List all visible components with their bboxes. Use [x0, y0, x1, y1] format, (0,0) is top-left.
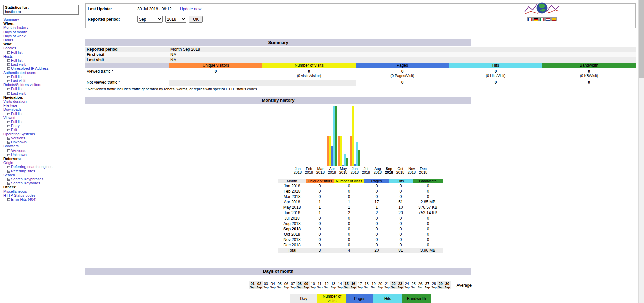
- sidebar-item-full-list[interactable]: Full list: [11, 120, 22, 124]
- monthly-history-title-text: Monthly history: [262, 98, 295, 103]
- sidebar-item-viewed[interactable]: Viewed: [3, 116, 15, 120]
- german-flag-icon[interactable]: [533, 17, 539, 21]
- monthly-row-month: Jan 2018: [278, 183, 306, 189]
- monthly-cell: 1: [306, 199, 334, 205]
- update-now-link[interactable]: Update now: [180, 7, 201, 11]
- monthly-cell: 0: [389, 194, 413, 199]
- day-label: 09Sep: [303, 281, 310, 289]
- main-content: Last Update: 30 Jul 2018 - 06:12 Update …: [85, 0, 636, 303]
- sidebar-item-error-hits-404[interactable]: Error Hits (404): [11, 197, 36, 201]
- summary-table: Reported period Month Sep 2018 First vis…: [85, 47, 636, 86]
- day-label: 07Sep: [290, 281, 296, 289]
- sidebar-item-search-keywords[interactable]: Search Keywords: [11, 181, 40, 185]
- monthly-cell: 0: [306, 183, 334, 189]
- sidebar-item-entry[interactable]: Entry: [11, 124, 20, 128]
- italian-flag-icon[interactable]: [539, 17, 545, 21]
- sidebar-item-search[interactable]: Search: [3, 173, 15, 177]
- day-label: 30Sep: [444, 281, 451, 289]
- monthly-cell: 1: [334, 199, 364, 205]
- sidebar-item-full-list[interactable]: Full list: [11, 50, 22, 54]
- day-label: 15Sep: [343, 281, 350, 289]
- chart-bar-bandwidth-kb: [346, 158, 348, 166]
- monthly-row-month: Mar 2018: [278, 194, 306, 199]
- sidebar-item-hosts[interactable]: Hosts: [3, 54, 13, 58]
- reported-period-info-label: Reported period: [85, 47, 169, 52]
- day-label: 11Sep: [316, 281, 323, 289]
- sidebar-item-full-list[interactable]: Full list: [11, 112, 22, 116]
- sidebar-item-browsers[interactable]: Browsers: [3, 144, 19, 148]
- chart-bar-number-of-visits: [340, 136, 342, 166]
- sidebar-item-file-type[interactable]: File type: [3, 103, 17, 107]
- scrollbar-thumb[interactable]: [639, 0, 644, 78]
- year-select[interactable]: 2018: [165, 16, 186, 23]
- sidebar-item-last-visit[interactable]: Last visit: [11, 91, 26, 95]
- sidebar-item-search-keyphrases[interactable]: Search Keyphrases: [11, 177, 43, 181]
- sidebar-item-robots-spiders-visitors[interactable]: Robots/Spiders visitors: [3, 83, 41, 87]
- chart-month-group: [292, 106, 303, 166]
- sidebar-item-summary[interactable]: Summary: [3, 17, 19, 21]
- chart-month-group: [315, 106, 326, 166]
- sidebar-item-operating-systems[interactable]: Operating Systems: [3, 132, 35, 136]
- monthly-cell: 20: [389, 210, 413, 216]
- monthly-row-month: May 2018: [278, 205, 306, 210]
- sidebar-item-full-list[interactable]: Full list: [11, 75, 22, 79]
- sidebar-item-authenticated-users[interactable]: Authenticated users: [3, 71, 36, 75]
- nav-row: Miscellaneous: [3, 189, 83, 193]
- monthly-cell: 0: [306, 216, 334, 221]
- days-of-month-title-text: Days of month: [263, 269, 293, 274]
- sidebar-item-days-of-month[interactable]: Days of month: [3, 30, 27, 34]
- monthly-cell: 1: [334, 205, 364, 210]
- sidebar-item-days-of-week[interactable]: Days of week: [3, 34, 26, 38]
- monthly-cell: 0: [364, 226, 389, 232]
- sidebar-item-exit[interactable]: Exit: [11, 128, 17, 132]
- list-item-icon: [7, 182, 10, 185]
- sidebar-item-hours[interactable]: Hours: [3, 38, 13, 42]
- reported-period-label: Reported period:: [88, 17, 137, 22]
- day-label: 29Sep: [437, 281, 444, 289]
- chart-month-label: Jul2018: [360, 167, 372, 174]
- sidebar-item-locales[interactable]: Locales: [3, 46, 16, 50]
- sidebar-item-full-list[interactable]: Full list: [11, 87, 22, 91]
- nav-row: Browsers: [3, 144, 83, 148]
- sidebar-item-referring-search-engines[interactable]: Referring search engines: [11, 165, 52, 169]
- dutch-flag-icon[interactable]: [545, 17, 551, 21]
- nav-row: Hosts: [3, 54, 83, 58]
- month-select[interactable]: Sep: [137, 16, 163, 23]
- sidebar-item-full-list[interactable]: Full list: [11, 58, 22, 62]
- ok-button[interactable]: OK: [189, 16, 203, 23]
- sidebar-item-last-visit[interactable]: Last visit: [11, 79, 26, 83]
- nav-row: Exit: [3, 128, 83, 132]
- monthly-col-hits: Hits: [389, 179, 413, 183]
- first-visit-info-label: First visit: [85, 52, 169, 57]
- spanish-flag-icon[interactable]: [551, 17, 557, 21]
- monthly-cell: 0: [334, 216, 364, 221]
- viewed-bandwidth-cell: 0(0 KB/Visit): [542, 68, 636, 80]
- monthly-cell: 0: [389, 183, 413, 189]
- monthly-cell: 0: [306, 226, 334, 232]
- not-viewed-traffic-label: Not viewed traffic *: [85, 80, 169, 86]
- sidebar-item-versions[interactable]: Versions: [11, 148, 25, 153]
- list-item-icon: [7, 67, 10, 70]
- sidebar-item-last-visit[interactable]: Last visit: [11, 62, 26, 66]
- monthly-total-cell: 4: [334, 248, 364, 253]
- day-label: 16Sep: [350, 281, 357, 289]
- sidebar-item-origin[interactable]: Origin: [3, 161, 13, 165]
- sidebar-item-unknown[interactable]: Unknown: [11, 153, 27, 157]
- chart-month-group: [326, 106, 338, 166]
- sidebar-item-referring-sites[interactable]: Referring sites: [11, 169, 35, 173]
- day-label: 13Sep: [330, 281, 337, 289]
- page-scrollbar[interactable]: [638, 0, 644, 303]
- axis-tick-icon: [294, 166, 301, 166]
- monthly-cell: 0: [389, 189, 413, 194]
- sidebar-section-navigation: Navigation:: [3, 95, 83, 99]
- sidebar-item-visits-duration[interactable]: Visits duration: [3, 99, 27, 103]
- french-flag-icon[interactable]: [527, 17, 533, 21]
- sidebar-item-http-status-codes[interactable]: HTTP Status codes: [3, 193, 35, 197]
- sidebar-item-miscellaneous[interactable]: Miscellaneous: [3, 189, 27, 193]
- sidebar-item-monthly-history[interactable]: Monthly history: [3, 25, 28, 29]
- chart-month-group: [338, 106, 349, 166]
- sidebar-item-unresolved-ip-address[interactable]: Unresolved IP Address: [11, 66, 49, 70]
- sidebar-item-versions[interactable]: Versions: [11, 136, 25, 140]
- sidebar-item-downloads[interactable]: Downloads: [3, 107, 21, 111]
- sidebar-item-unknown[interactable]: Unknown: [11, 140, 27, 144]
